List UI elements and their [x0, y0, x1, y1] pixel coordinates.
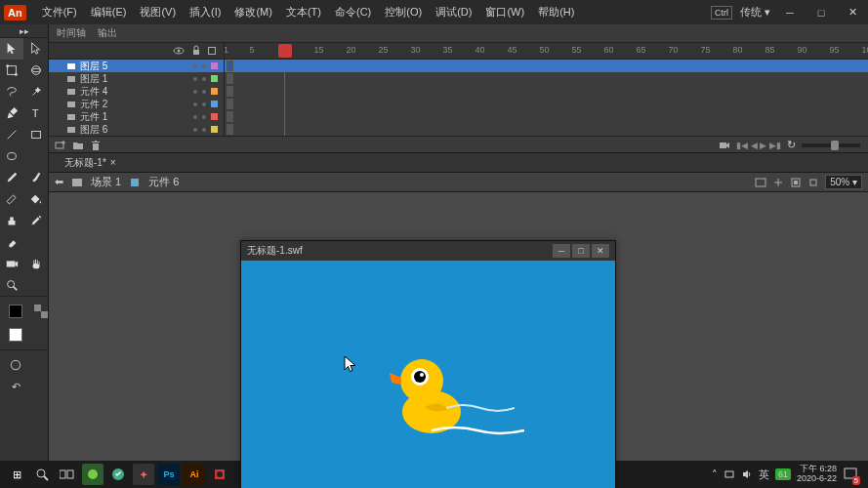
outline-color[interactable]: [211, 62, 218, 69]
fill-color[interactable]: [4, 324, 27, 346]
oval-tool[interactable]: [0, 145, 23, 167]
menu-control[interactable]: 控制(O): [379, 3, 428, 21]
frame-row[interactable]: [225, 98, 868, 110]
option-3[interactable]: ↶: [4, 376, 27, 397]
visibility-dot[interactable]: [193, 77, 197, 81]
menu-help[interactable]: 帮助(H): [532, 3, 580, 21]
timeline-ruler[interactable]: 1510152025303540455055606570758085909510…: [225, 43, 868, 59]
task-view-button[interactable]: [57, 464, 78, 485]
layout-dropdown[interactable]: 传统 ▾: [740, 5, 770, 20]
text-tool[interactable]: T: [24, 102, 48, 124]
layer-row[interactable]: 图层 1: [49, 72, 224, 85]
visibility-dot[interactable]: [193, 128, 197, 132]
menu-modify[interactable]: 修改(M): [228, 3, 278, 21]
rotate-view-button[interactable]: [807, 177, 819, 188]
lock-dot[interactable]: [202, 77, 206, 81]
taskbar-app-2[interactable]: [107, 464, 129, 485]
outline-color[interactable]: [211, 113, 218, 120]
notification-button[interactable]: 5: [843, 466, 858, 483]
tray-badge[interactable]: 61: [775, 468, 791, 480]
zoom-level[interactable]: 50% ▾: [825, 175, 862, 189]
free-transform-tool[interactable]: [0, 60, 23, 81]
edit-symbol-button[interactable]: [772, 177, 784, 188]
toolbox-toggle[interactable]: ▸▸: [0, 24, 48, 38]
close-tab-button[interactable]: ×: [110, 157, 116, 168]
menu-text[interactable]: 文本(T): [280, 3, 327, 21]
layer-row[interactable]: 图层 5: [49, 60, 224, 72]
playhead[interactable]: [278, 44, 292, 58]
element-label[interactable]: 元件 6: [148, 175, 179, 189]
fit-button[interactable]: [790, 177, 802, 188]
swf-maximize-button[interactable]: □: [572, 244, 590, 258]
menu-insert[interactable]: 插入(I): [184, 3, 227, 21]
subselection-tool[interactable]: [24, 38, 48, 60]
lock-dot[interactable]: [202, 64, 206, 68]
taskbar-ps[interactable]: Ps: [158, 464, 180, 485]
pen-tool[interactable]: [0, 102, 23, 124]
tab-output[interactable]: 输出: [98, 26, 117, 40]
frame-row[interactable]: [225, 85, 868, 98]
minimize-button[interactable]: ─: [778, 4, 802, 21]
outline-color[interactable]: [211, 88, 218, 95]
back-button[interactable]: ⬅: [55, 176, 63, 188]
option-4[interactable]: [27, 376, 51, 397]
layer-row[interactable]: 图层 6: [49, 123, 224, 136]
timeline-zoom-slider[interactable]: [802, 143, 860, 147]
tray-volume-icon[interactable]: [741, 468, 753, 480]
visibility-dot[interactable]: [193, 115, 197, 119]
loop-toggle[interactable]: ↻: [787, 139, 796, 151]
eraser-tool[interactable]: [0, 231, 23, 253]
hand-tool[interactable]: [24, 253, 48, 274]
frame-row[interactable]: [225, 123, 868, 136]
visibility-dot[interactable]: [193, 90, 197, 94]
pencil-tool[interactable]: [0, 167, 23, 188]
paint-bucket-tool[interactable]: [24, 188, 48, 210]
width-tool[interactable]: [24, 231, 48, 253]
delete-layer-button[interactable]: [90, 140, 102, 151]
camera-tool[interactable]: [0, 253, 23, 274]
visibility-dot[interactable]: [193, 102, 197, 106]
outline-color[interactable]: [211, 126, 218, 133]
lock-dot[interactable]: [202, 102, 206, 106]
frames-area[interactable]: [225, 60, 868, 136]
eyedropper-tool[interactable]: [24, 210, 48, 231]
selection-tool[interactable]: [0, 38, 23, 60]
taskbar-app-4[interactable]: [209, 464, 230, 485]
tray-network-icon[interactable]: [723, 468, 735, 480]
menu-debug[interactable]: 调试(D): [430, 3, 477, 21]
lock-header-icon[interactable]: [190, 45, 202, 57]
polystar-tool[interactable]: [24, 145, 48, 167]
taskbar-ai[interactable]: Ai: [184, 464, 205, 485]
taskbar-app-1[interactable]: [82, 464, 103, 485]
brush-tool[interactable]: [24, 167, 48, 188]
layer-row[interactable]: 元件 1: [49, 110, 224, 123]
tray-ime[interactable]: 英: [759, 468, 769, 482]
tab-timeline[interactable]: 时间轴: [57, 26, 86, 40]
menu-file[interactable]: 文件(F): [36, 3, 83, 21]
system-clock[interactable]: 下午 6:28 2020-6-22: [797, 465, 837, 484]
edit-scene-button[interactable]: [755, 177, 766, 188]
outline-header-icon[interactable]: [208, 47, 216, 55]
zoom-tool[interactable]: [0, 274, 23, 296]
lasso-tool[interactable]: [0, 81, 23, 102]
swf-close-button[interactable]: ✕: [592, 244, 609, 258]
layer-row[interactable]: 元件 4: [49, 85, 224, 98]
swf-minimize-button[interactable]: ─: [553, 244, 570, 258]
tray-chevron[interactable]: ˄: [712, 468, 718, 481]
close-button[interactable]: ✕: [841, 4, 864, 21]
taskbar-app-3[interactable]: ✦: [133, 464, 154, 485]
lock-dot[interactable]: [202, 128, 206, 132]
layer-row[interactable]: 元件 2: [49, 98, 224, 110]
frame-row[interactable]: [225, 72, 868, 85]
menu-view[interactable]: 视图(V): [134, 3, 182, 21]
maximize-button[interactable]: □: [809, 4, 833, 21]
option-2[interactable]: [27, 354, 51, 376]
magic-wand-tool[interactable]: [24, 81, 48, 102]
camera-toggle[interactable]: [719, 140, 730, 151]
visibility-dot[interactable]: [193, 64, 197, 68]
scene-label[interactable]: 场景 1: [91, 175, 121, 189]
bone-tool[interactable]: [0, 188, 23, 210]
sync-badge[interactable]: Ctrl: [711, 6, 732, 20]
swf-title-bar[interactable]: 无标题-1.swf ─ □ ✕: [241, 241, 615, 261]
start-button[interactable]: ⊞: [6, 464, 27, 485]
